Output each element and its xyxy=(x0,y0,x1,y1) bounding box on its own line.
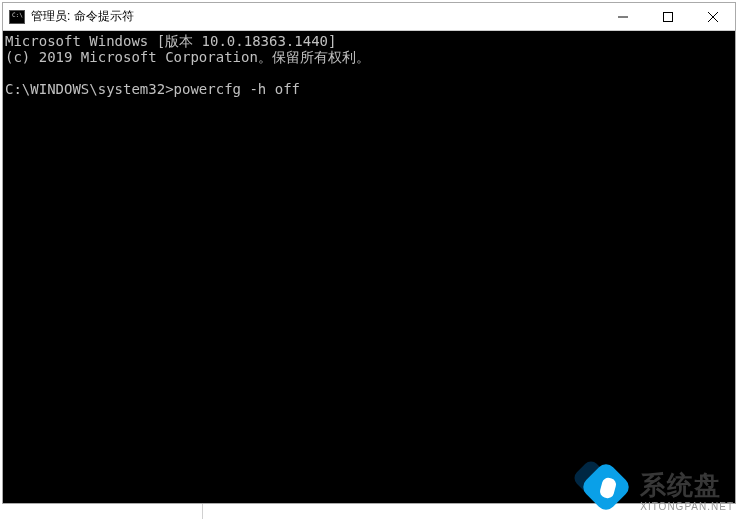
minimize-button[interactable] xyxy=(600,3,645,30)
cmd-icon: C:\ xyxy=(9,10,25,24)
prompt-path: C:\WINDOWS\system32> xyxy=(5,81,174,97)
svg-rect-1 xyxy=(663,12,672,21)
watermark: 系统盘 XITONGPAN.NET xyxy=(575,462,734,517)
close-icon xyxy=(708,12,718,22)
watermark-subtitle: XITONGPAN.NET xyxy=(640,501,734,512)
maximize-icon xyxy=(663,12,673,22)
terminal-content[interactable]: Microsoft Windows [版本 10.0.18363.1440] (… xyxy=(3,31,735,503)
prompt-line: C:\WINDOWS\system32>powercfg -h off xyxy=(5,81,300,97)
watermark-title: 系统盘 xyxy=(640,468,734,503)
command-text: powercfg -h off xyxy=(174,81,300,97)
window-controls xyxy=(600,3,735,30)
version-line: Microsoft Windows [版本 10.0.18363.1440] xyxy=(5,33,336,49)
copyright-line: (c) 2019 Microsoft Corporation。保留所有权利。 xyxy=(5,49,370,65)
watermark-logo-icon xyxy=(575,462,630,517)
command-prompt-window: C:\ 管理员: 命令提示符 Microsoft Windows [版本 10.… xyxy=(2,2,736,504)
titlebar[interactable]: C:\ 管理员: 命令提示符 xyxy=(3,3,735,31)
minimize-icon xyxy=(618,12,628,22)
watermark-text: 系统盘 XITONGPAN.NET xyxy=(640,468,734,512)
close-button[interactable] xyxy=(690,3,735,30)
window-title: 管理员: 命令提示符 xyxy=(31,8,600,25)
separator-line xyxy=(202,504,203,519)
maximize-button[interactable] xyxy=(645,3,690,30)
